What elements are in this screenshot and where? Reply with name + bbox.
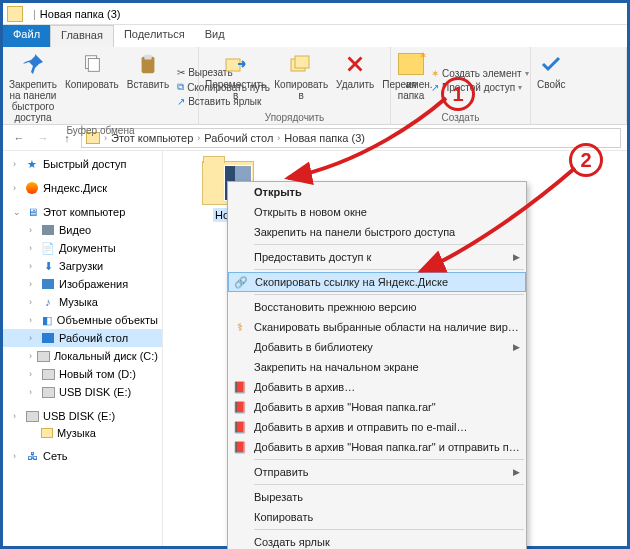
moveto-label: Переместить в	[205, 79, 266, 101]
paste-label: Вставить	[127, 79, 169, 90]
delete-label: Удалить	[336, 79, 374, 90]
tree-pictures[interactable]: ›Изображения	[3, 275, 162, 293]
ctx-add-archive[interactable]: 📕Добавить в архив…	[228, 377, 526, 397]
tree-drive-c[interactable]: ›Локальный диск (C:)	[3, 347, 162, 365]
ctx-archraremail-label: Добавить в архив "Новая папка.rar" и отп…	[254, 441, 520, 453]
svg-rect-6	[295, 56, 309, 68]
video-icon	[42, 225, 54, 235]
group-props-label	[535, 112, 622, 123]
tree-desktop-label: Рабочий стол	[59, 332, 128, 344]
delete-button[interactable]: Удалить	[334, 49, 376, 112]
newfolder-icon	[398, 53, 424, 75]
tree-quickaccess[interactable]: ›★Быстрый доступ	[3, 155, 162, 173]
ctx-open[interactable]: Открыть	[228, 182, 526, 202]
network-icon: 🖧	[25, 449, 39, 463]
tree-down-label: Загрузки	[59, 260, 103, 272]
ctx-scan-label: Сканировать выбранные области на наличие…	[254, 321, 520, 333]
ctx-pin-quickaccess[interactable]: Закрепить на панели быстрого доступа	[228, 222, 526, 242]
chevron-right-icon: ▶	[513, 252, 520, 262]
ctx-add-library[interactable]: Добавить в библиотеку▶	[228, 337, 526, 357]
group-organize-label: Упорядочить	[203, 112, 386, 123]
documents-icon: 📄	[41, 241, 55, 255]
ctx-archemail-label: Добавить в архив и отправить по e-mail…	[254, 421, 520, 433]
chevron-right-icon: ▶	[513, 342, 520, 352]
svg-rect-4	[226, 59, 240, 71]
group-clipboard-label: Буфер обмена	[7, 125, 194, 136]
tree-music2[interactable]: Музыка	[3, 425, 162, 441]
titlebar: | Новая папка (3)	[3, 3, 627, 25]
ctx-scan-virus[interactable]: ⚕Сканировать выбранные области на наличи…	[228, 317, 526, 337]
context-menu: Открыть Открыть в новом окне Закрепить н…	[227, 181, 527, 549]
moveto-button[interactable]: Переместить в	[203, 49, 268, 112]
usb-icon	[26, 411, 39, 422]
tree-quickaccess-label: Быстрый доступ	[43, 158, 127, 170]
copy-label: Копировать	[65, 79, 119, 90]
tab-view[interactable]: Вид	[195, 25, 235, 47]
tree-usb-e2[interactable]: ›USB DISK (E:)	[3, 407, 162, 425]
yandex-disk-icon	[26, 182, 38, 194]
copyto-icon	[289, 52, 313, 76]
ctx-copy-yandex-link[interactable]: 🔗Скопировать ссылку на Яндекс.Диске	[228, 272, 526, 292]
pin-quickaccess-button[interactable]: Закрепить на панели быстрого доступа	[7, 49, 59, 125]
tree-videos[interactable]: ›Видео	[3, 221, 162, 239]
ribbon: Закрепить на панели быстрого доступа Коп…	[3, 47, 627, 125]
tree-pc-label: Этот компьютер	[43, 206, 125, 218]
ctx-pin-start[interactable]: Закрепить на начальном экране	[228, 357, 526, 377]
ctx-open-new-window[interactable]: Открыть в новом окне	[228, 202, 526, 222]
ctx-cut[interactable]: Вырезать	[228, 487, 526, 507]
copyto-button[interactable]: Копировать в	[272, 49, 330, 112]
easyaccess-button[interactable]: ↗Простой доступ▾	[431, 81, 529, 94]
newitem-button[interactable]: ✶Создать элемент▾	[431, 67, 529, 80]
ctx-send-to[interactable]: Отправить▶	[228, 462, 526, 482]
delete-icon	[344, 53, 366, 75]
tree-thispc[interactable]: ⌄🖥Этот компьютер	[3, 203, 162, 221]
newfolder-button[interactable]: ая папка	[395, 49, 427, 112]
drive-icon	[42, 369, 55, 380]
tree-usb-e[interactable]: ›USB DISK (E:)	[3, 383, 162, 401]
ctx-grant-access[interactable]: Предоставить доступ к▶	[228, 247, 526, 267]
rar-icon: 📕	[232, 419, 248, 435]
props-label: Свойс	[537, 79, 566, 90]
paste-button[interactable]: Вставить	[125, 49, 171, 125]
tree-yandexdisk[interactable]: ›Яндекс.Диск	[3, 179, 162, 197]
easyaccess-icon: ↗	[431, 82, 439, 93]
copy-button[interactable]: Копировать	[63, 49, 121, 125]
crumb-desktop[interactable]: Рабочий стол	[204, 132, 273, 144]
tree-downloads[interactable]: ›⬇Загрузки	[3, 257, 162, 275]
ctx-opennew-label: Открыть в новом окне	[254, 206, 520, 218]
tree-documents[interactable]: ›📄Документы	[3, 239, 162, 257]
ctx-restore-version[interactable]: Восстановить прежнюю версию	[228, 297, 526, 317]
ctx-create-shortcut[interactable]: Создать ярлык	[228, 532, 526, 549]
ctx-sendto-label: Отправить	[254, 466, 507, 478]
ctx-short-label: Создать ярлык	[254, 536, 520, 548]
tree-desktop[interactable]: ›Рабочий стол	[3, 329, 162, 347]
ctx-add-archive-email[interactable]: 📕Добавить в архив и отправить по e-mail…	[228, 417, 526, 437]
pin-icon	[21, 52, 45, 76]
ctx-add-archive-rar-email[interactable]: 📕Добавить в архив "Новая папка.rar" и от…	[228, 437, 526, 457]
folder-icon	[41, 428, 53, 438]
tree-network[interactable]: ›🖧Сеть	[3, 447, 162, 465]
tree-drive-d[interactable]: ›Новый том (D:)	[3, 365, 162, 383]
tab-file[interactable]: Файл	[3, 25, 50, 47]
copy-icon	[81, 53, 103, 75]
nav-tree: ›★Быстрый доступ ›Яндекс.Диск ⌄🖥Этот ком…	[3, 151, 163, 546]
properties-button[interactable]: Свойс	[535, 49, 568, 112]
tree-music[interactable]: ›♪Музыка	[3, 293, 162, 311]
rar-icon: 📕	[232, 439, 248, 455]
window: | Новая папка (3) Файл Главная Поделитьс…	[0, 0, 630, 549]
easyaccess-label: Простой доступ	[442, 82, 515, 93]
pc-icon: 🖥	[25, 205, 39, 219]
drive-icon	[37, 351, 50, 362]
tree-videos-label: Видео	[59, 224, 91, 236]
tab-home[interactable]: Главная	[50, 25, 114, 47]
tree-3dobjects[interactable]: ›◧Объемные объекты	[3, 311, 162, 329]
ctx-copy[interactable]: Копировать	[228, 507, 526, 527]
ctx-pinquick-label: Закрепить на панели быстрого доступа	[254, 226, 520, 238]
crumb-folder[interactable]: Новая папка (3)	[284, 132, 365, 144]
tab-share[interactable]: Поделиться	[114, 25, 195, 47]
copyto-label: Копировать в	[274, 79, 328, 101]
ctx-restore-label: Восстановить прежнюю версию	[254, 301, 520, 313]
usb-icon	[42, 387, 55, 398]
ctx-archrar-label: Добавить в архив "Новая папка.rar"	[254, 401, 520, 413]
ctx-add-archive-rar[interactable]: 📕Добавить в архив "Новая папка.rar"	[228, 397, 526, 417]
